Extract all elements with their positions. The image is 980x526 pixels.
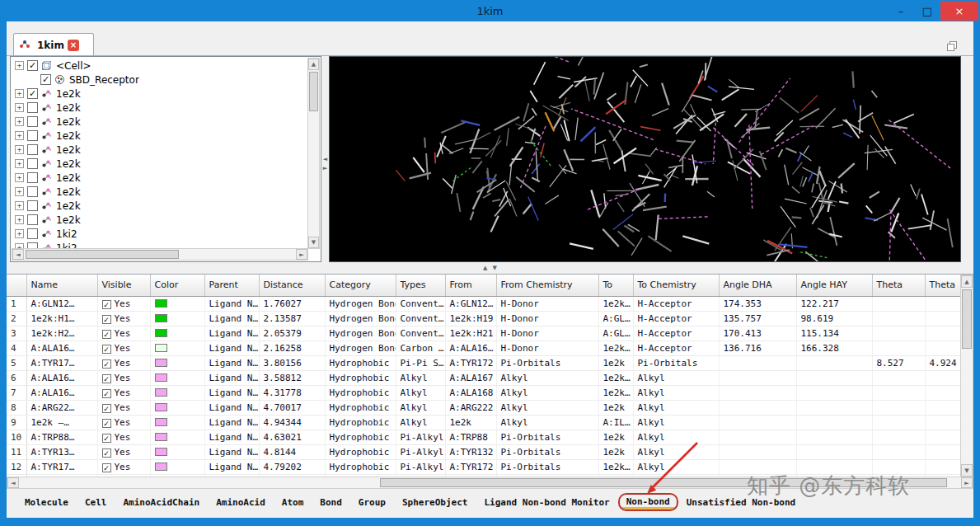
col-header-From Chemistry[interactable]: From Chemistry (496, 275, 598, 296)
col-header-Category[interactable]: Category (325, 275, 396, 296)
expander-plus-icon[interactable]: + (15, 61, 24, 70)
visibility-checkbox[interactable]: ✓ (27, 60, 38, 71)
visible-checkbox[interactable]: ✓ (102, 434, 111, 443)
col-header-Distance[interactable]: Distance (259, 275, 325, 296)
col-header-To[interactable]: To (598, 275, 633, 296)
scroll-right-icon[interactable]: ► (296, 249, 307, 260)
col-header-Theta[interactable]: Theta (872, 275, 925, 296)
expander-plus-icon[interactable]: + (15, 159, 24, 168)
table-row[interactable]: 11A:TYR13…✓YesLigand N…4.8144Hydrophobic… (7, 444, 960, 459)
col-header-Name[interactable]: Name (26, 275, 97, 296)
visibility-checkbox[interactable] (27, 116, 38, 127)
color-swatch[interactable] (155, 448, 167, 456)
visible-checkbox[interactable]: ✓ (102, 404, 111, 413)
visible-checkbox[interactable]: ✓ (102, 359, 111, 369)
tree-item[interactable]: +1ki2 (12, 227, 307, 241)
panel-splitter-vertical[interactable]: ◄ ► (321, 148, 329, 178)
visible-checkbox[interactable]: ✓ (102, 300, 111, 309)
visibility-checkbox[interactable] (27, 102, 38, 113)
tree-item[interactable]: +1e2k (12, 157, 307, 171)
bottom-tab-aminoacidchain[interactable]: AminoAcidChain (123, 497, 199, 508)
visibility-checkbox[interactable] (27, 186, 38, 197)
expander-plus-icon[interactable]: + (15, 201, 24, 210)
float-window-icon[interactable] (946, 40, 958, 51)
table-row[interactable]: 1A:GLN12…✓YesLigand N…1.76027Hydrogen Bo… (7, 296, 960, 311)
table-row[interactable]: 91e2k –…✓YesLigand N…4.94344HydrophobicA… (7, 415, 960, 430)
tree-item[interactable]: +1e2k (12, 129, 307, 143)
color-swatch[interactable] (155, 373, 167, 382)
scrollbar-thumb[interactable] (962, 289, 972, 349)
table-row[interactable]: 7A:ALA16…✓YesLigand N…4.31778Hydrophobic… (7, 385, 960, 400)
expander-plus-icon[interactable]: + (15, 145, 24, 154)
col-header-Visible[interactable]: Visible (97, 275, 150, 296)
tree-item[interactable]: +1e2k (12, 143, 307, 157)
col-header-From[interactable]: From (445, 275, 496, 296)
scroll-down-icon[interactable]: ▼ (308, 237, 319, 248)
color-swatch[interactable] (155, 463, 167, 471)
tree-item[interactable]: +1e2k (12, 171, 307, 185)
visible-checkbox[interactable]: ✓ (102, 374, 111, 383)
table-row[interactable]: 31e2k:H2…✓YesLigand N…2.05379Hydrogen Bo… (7, 326, 960, 340)
tree-item[interactable]: +1e2k (12, 101, 307, 115)
table-row[interactable]: 5A:TYR17…✓YesLigand N…3.80156Hydrophobic… (7, 355, 960, 370)
tree-item[interactable]: +1e2k (12, 115, 307, 129)
table-row[interactable]: 8A:ARG22…✓YesLigand N…4.70017Hydrophobic… (7, 400, 960, 415)
collapse-left-icon[interactable]: ◄ (323, 156, 327, 162)
tree-item[interactable]: +1e2k (12, 199, 307, 213)
color-swatch[interactable] (155, 299, 167, 308)
visibility-checkbox[interactable]: ✓ (27, 88, 38, 99)
visibility-checkbox[interactable] (27, 144, 38, 155)
color-swatch[interactable] (155, 433, 167, 441)
scrollbar-thumb[interactable] (26, 250, 179, 259)
visibility-checkbox[interactable] (27, 130, 38, 141)
color-swatch[interactable] (155, 314, 167, 322)
bottom-tab-non-bond[interactable]: Non-bond (618, 493, 678, 511)
tree-item[interactable]: ✓SBD_Receptor (12, 73, 307, 87)
visibility-checkbox[interactable] (27, 172, 38, 183)
visible-checkbox[interactable]: ✓ (102, 419, 111, 428)
tree-vertical-scrollbar[interactable]: ▲ ▼ (307, 58, 320, 249)
expander-plus-icon[interactable]: + (15, 187, 24, 196)
color-swatch[interactable] (155, 388, 167, 397)
color-swatch[interactable] (155, 329, 167, 337)
visible-checkbox[interactable]: ✓ (102, 330, 111, 339)
bottom-tab-molecule[interactable]: Molecule (25, 497, 68, 508)
col-header-To Chemistry[interactable]: To Chemistry (633, 275, 719, 296)
expander-plus-icon[interactable]: + (15, 117, 24, 126)
scroll-left-icon[interactable]: ◄ (7, 477, 19, 488)
visible-checkbox[interactable]: ✓ (102, 389, 111, 398)
bottom-tab-cell[interactable]: Cell (85, 497, 107, 508)
collapse-up-icon[interactable]: ▲ (483, 265, 487, 271)
expander-plus-icon[interactable]: + (15, 131, 24, 140)
expander-plus-icon[interactable]: + (15, 215, 24, 224)
color-swatch[interactable] (155, 344, 167, 352)
panel-splitter-horizontal[interactable]: ▲ ▼ (7, 262, 973, 274)
close-button[interactable]: × (940, 1, 978, 21)
title-bar[interactable]: 1kim – □ × (0, 0, 980, 21)
tree-item[interactable]: +✓<Cell> (12, 59, 307, 73)
color-swatch[interactable] (155, 403, 167, 411)
expander-plus-icon[interactable]: + (15, 103, 24, 112)
document-tab[interactable]: 1kim × (13, 33, 94, 56)
col-header-Types[interactable]: Types (396, 275, 445, 296)
visible-checkbox[interactable]: ✓ (102, 449, 111, 458)
bottom-tab-group[interactable]: Group (359, 497, 386, 508)
color-swatch[interactable] (155, 418, 167, 426)
visibility-checkbox[interactable] (27, 200, 38, 211)
table-row[interactable]: 10A:TRP88…✓YesLigand N…4.63021Hydrophobi… (7, 430, 960, 444)
scroll-right-icon[interactable]: ► (961, 477, 973, 488)
collapse-down-icon[interactable]: ▼ (493, 265, 497, 271)
visible-checkbox[interactable]: ✓ (102, 463, 111, 472)
table-vertical-scrollbar[interactable]: ▲ ▼ (960, 275, 973, 477)
expander-plus-icon[interactable]: + (15, 229, 24, 238)
expander-plus-icon[interactable]: + (15, 173, 24, 182)
bottom-tab-bond[interactable]: Bond (320, 497, 342, 508)
scroll-up-icon[interactable]: ▲ (308, 59, 319, 70)
col-header-Angle DHA[interactable]: Angle DHA (719, 275, 796, 296)
visibility-checkbox[interactable]: ✓ (40, 74, 51, 85)
visibility-checkbox[interactable] (27, 228, 38, 239)
tree-item[interactable]: +1e2k (12, 213, 307, 227)
scroll-up-icon[interactable]: ▲ (961, 275, 973, 288)
tab-close-icon[interactable]: × (68, 40, 79, 51)
visible-checkbox[interactable]: ✓ (102, 345, 111, 354)
